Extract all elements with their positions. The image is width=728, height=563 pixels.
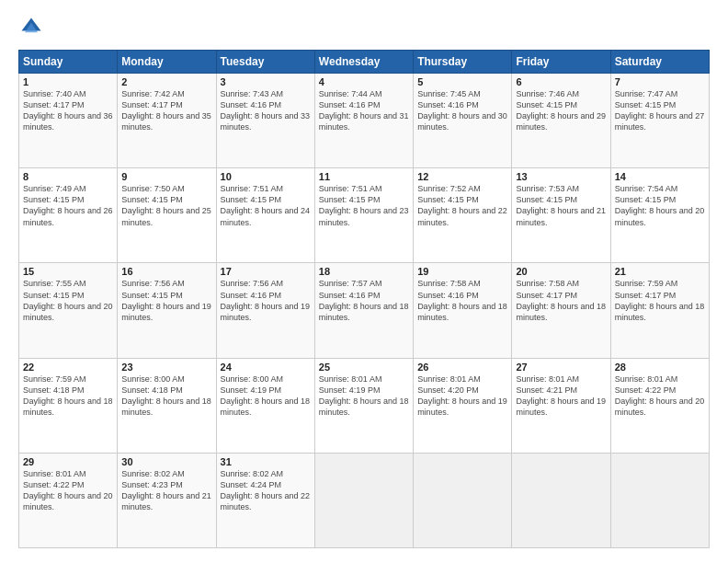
day-number: 6	[516, 76, 606, 87]
day-number: 23	[121, 362, 211, 373]
day-info: Sunrise: 8:01 AMSunset: 4:20 PMDaylight:…	[417, 373, 507, 419]
week-row-4: 22 Sunrise: 7:59 AMSunset: 4:18 PMDaylig…	[19, 358, 710, 453]
day-number: 12	[417, 171, 507, 182]
day-number: 11	[319, 171, 409, 182]
day-number: 18	[319, 266, 409, 277]
day-number: 26	[417, 362, 507, 373]
day-cell-15: 15 Sunrise: 7:55 AMSunset: 4:15 PMDaylig…	[19, 263, 118, 358]
day-cell-1: 1 Sunrise: 7:40 AMSunset: 4:17 PMDayligh…	[19, 74, 118, 168]
day-number: 15	[23, 266, 113, 277]
day-number: 2	[121, 76, 211, 87]
day-cell-4: 4 Sunrise: 7:44 AMSunset: 4:16 PMDayligh…	[314, 74, 413, 168]
day-cell-7: 7 Sunrise: 7:47 AMSunset: 4:15 PMDayligh…	[610, 74, 709, 168]
empty-cell	[610, 453, 709, 547]
day-info: Sunrise: 7:56 AMSunset: 4:16 PMDaylight:…	[221, 278, 311, 323]
day-info: Sunrise: 7:40 AMSunset: 4:17 PMDaylight:…	[23, 88, 113, 133]
day-info: Sunrise: 8:01 AMSunset: 4:22 PMDaylight:…	[23, 468, 113, 513]
day-number: 20	[516, 266, 606, 277]
col-header-sunday: Sunday	[19, 51, 118, 74]
day-info: Sunrise: 8:02 AMSunset: 4:24 PMDaylight:…	[221, 468, 311, 513]
day-number: 22	[23, 362, 113, 373]
day-cell-5: 5 Sunrise: 7:45 AMSunset: 4:16 PMDayligh…	[414, 74, 512, 168]
day-number: 9	[121, 171, 211, 182]
day-info: Sunrise: 8:01 AMSunset: 4:22 PMDaylight:…	[615, 373, 705, 419]
day-cell-28: 28 Sunrise: 8:01 AMSunset: 4:22 PMDaylig…	[610, 358, 709, 453]
day-cell-10: 10 Sunrise: 7:51 AMSunset: 4:15 PMDaylig…	[216, 168, 314, 263]
day-number: 31	[221, 456, 311, 467]
day-cell-27: 27 Sunrise: 8:01 AMSunset: 4:21 PMDaylig…	[512, 358, 610, 453]
day-number: 27	[516, 362, 606, 373]
day-cell-13: 13 Sunrise: 7:53 AMSunset: 4:15 PMDaylig…	[512, 168, 610, 263]
day-cell-14: 14 Sunrise: 7:54 AMSunset: 4:15 PMDaylig…	[610, 168, 709, 263]
day-number: 25	[319, 362, 409, 373]
day-cell-2: 2 Sunrise: 7:42 AMSunset: 4:17 PMDayligh…	[118, 74, 216, 168]
day-cell-22: 22 Sunrise: 7:59 AMSunset: 4:18 PMDaylig…	[19, 358, 118, 453]
header-row: SundayMondayTuesdayWednesdayThursdayFrid…	[19, 51, 710, 74]
day-cell-24: 24 Sunrise: 8:00 AMSunset: 4:19 PMDaylig…	[216, 358, 314, 453]
header	[18, 15, 710, 40]
day-info: Sunrise: 7:56 AMSunset: 4:15 PMDaylight:…	[121, 278, 211, 323]
day-info: Sunrise: 7:50 AMSunset: 4:15 PMDaylight:…	[121, 183, 211, 228]
day-info: Sunrise: 8:00 AMSunset: 4:18 PMDaylight:…	[121, 373, 211, 419]
week-row-3: 15 Sunrise: 7:55 AMSunset: 4:15 PMDaylig…	[19, 263, 710, 358]
day-info: Sunrise: 7:53 AMSunset: 4:15 PMDaylight:…	[516, 183, 606, 228]
day-info: Sunrise: 7:57 AMSunset: 4:16 PMDaylight:…	[319, 278, 409, 323]
day-number: 1	[23, 76, 113, 87]
day-info: Sunrise: 8:02 AMSunset: 4:23 PMDaylight:…	[121, 468, 211, 513]
col-header-thursday: Thursday	[414, 51, 512, 74]
day-cell-26: 26 Sunrise: 8:01 AMSunset: 4:20 PMDaylig…	[414, 358, 512, 453]
day-cell-12: 12 Sunrise: 7:52 AMSunset: 4:15 PMDaylig…	[414, 168, 512, 263]
day-info: Sunrise: 7:58 AMSunset: 4:17 PMDaylight:…	[516, 278, 606, 323]
day-number: 8	[23, 171, 113, 182]
day-number: 30	[121, 456, 211, 467]
week-row-2: 8 Sunrise: 7:49 AMSunset: 4:15 PMDayligh…	[19, 168, 710, 263]
day-cell-9: 9 Sunrise: 7:50 AMSunset: 4:15 PMDayligh…	[118, 168, 216, 263]
col-header-friday: Friday	[512, 51, 610, 74]
day-cell-20: 20 Sunrise: 7:58 AMSunset: 4:17 PMDaylig…	[512, 263, 610, 358]
day-info: Sunrise: 7:52 AMSunset: 4:15 PMDaylight:…	[417, 183, 507, 228]
day-cell-8: 8 Sunrise: 7:49 AMSunset: 4:15 PMDayligh…	[19, 168, 118, 263]
day-cell-29: 29 Sunrise: 8:01 AMSunset: 4:22 PMDaylig…	[19, 453, 118, 547]
day-number: 4	[319, 76, 409, 87]
day-info: Sunrise: 7:45 AMSunset: 4:16 PMDaylight:…	[417, 88, 507, 133]
day-cell-31: 31 Sunrise: 8:02 AMSunset: 4:24 PMDaylig…	[216, 453, 314, 547]
logo-icon	[18, 15, 44, 40]
day-info: Sunrise: 7:51 AMSunset: 4:15 PMDaylight:…	[221, 183, 311, 228]
day-info: Sunrise: 7:44 AMSunset: 4:16 PMDaylight:…	[319, 88, 409, 133]
logo	[18, 15, 48, 40]
day-number: 17	[221, 266, 311, 277]
day-cell-17: 17 Sunrise: 7:56 AMSunset: 4:16 PMDaylig…	[216, 263, 314, 358]
day-number: 10	[221, 171, 311, 182]
calendar-table: SundayMondayTuesdayWednesdayThursdayFrid…	[18, 50, 710, 548]
day-number: 13	[516, 171, 606, 182]
day-cell-6: 6 Sunrise: 7:46 AMSunset: 4:15 PMDayligh…	[512, 74, 610, 168]
day-number: 24	[221, 362, 311, 373]
day-cell-25: 25 Sunrise: 8:01 AMSunset: 4:19 PMDaylig…	[314, 358, 413, 453]
day-cell-21: 21 Sunrise: 7:59 AMSunset: 4:17 PMDaylig…	[610, 263, 709, 358]
day-number: 3	[221, 76, 311, 87]
day-cell-16: 16 Sunrise: 7:56 AMSunset: 4:15 PMDaylig…	[118, 263, 216, 358]
day-info: Sunrise: 8:00 AMSunset: 4:19 PMDaylight:…	[221, 373, 311, 419]
day-number: 16	[121, 266, 211, 277]
day-info: Sunrise: 7:46 AMSunset: 4:15 PMDaylight:…	[516, 88, 606, 133]
week-row-5: 29 Sunrise: 8:01 AMSunset: 4:22 PMDaylig…	[19, 453, 710, 547]
col-header-monday: Monday	[118, 51, 216, 74]
col-header-tuesday: Tuesday	[216, 51, 314, 74]
day-number: 19	[417, 266, 507, 277]
day-info: Sunrise: 8:01 AMSunset: 4:21 PMDaylight:…	[516, 373, 606, 419]
day-info: Sunrise: 7:58 AMSunset: 4:16 PMDaylight:…	[417, 278, 507, 323]
day-info: Sunrise: 7:54 AMSunset: 4:15 PMDaylight:…	[615, 183, 705, 228]
day-info: Sunrise: 7:49 AMSunset: 4:15 PMDaylight:…	[23, 183, 113, 228]
empty-cell	[314, 453, 413, 547]
day-cell-23: 23 Sunrise: 8:00 AMSunset: 4:18 PMDaylig…	[118, 358, 216, 453]
day-info: Sunrise: 8:01 AMSunset: 4:19 PMDaylight:…	[319, 373, 409, 419]
day-cell-18: 18 Sunrise: 7:57 AMSunset: 4:16 PMDaylig…	[314, 263, 413, 358]
empty-cell	[512, 453, 610, 547]
day-number: 14	[615, 171, 705, 182]
empty-cell	[414, 453, 512, 547]
day-info: Sunrise: 7:43 AMSunset: 4:16 PMDaylight:…	[221, 88, 311, 133]
page: SundayMondayTuesdayWednesdayThursdayFrid…	[0, 0, 728, 563]
day-number: 7	[615, 76, 705, 87]
col-header-saturday: Saturday	[610, 51, 709, 74]
week-row-1: 1 Sunrise: 7:40 AMSunset: 4:17 PMDayligh…	[19, 74, 710, 168]
